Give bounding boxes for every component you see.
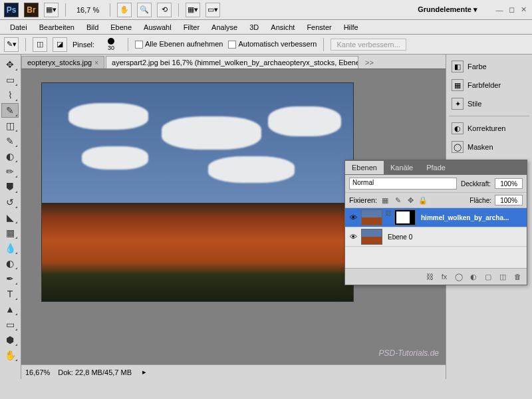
layer-row[interactable]: 👁 ⛓ himmel_wolken_by_archa...: [345, 208, 527, 227]
menu-hilfe[interactable]: Hilfe: [338, 21, 364, 33]
hand-tool-icon[interactable]: ✋: [117, 3, 132, 17]
watermark: PSD-Tutorials.de: [379, 348, 439, 358]
refine-edge-button[interactable]: Kante verbessern...: [331, 39, 406, 51]
menu-filter[interactable]: Filter: [178, 21, 205, 33]
opacity-input[interactable]: [495, 178, 523, 189]
masks-icon: ◯: [452, 141, 464, 153]
lock-position-icon[interactable]: ✥: [406, 196, 415, 205]
arrange-docs-icon[interactable]: ▦▾: [186, 3, 200, 17]
delete-layer-icon[interactable]: 🗑: [512, 271, 523, 282]
quick-select-sub-icon[interactable]: ◪: [53, 37, 67, 52]
panel-farbe[interactable]: ◧Farbe: [449, 57, 529, 76]
brush-tool[interactable]: ✏: [1, 164, 19, 179]
status-zoom[interactable]: 16,67%: [25, 368, 50, 376]
eyedropper-tool[interactable]: ✎: [1, 134, 19, 148]
layers-tab[interactable]: Ebenen: [345, 161, 384, 174]
menu-ansicht[interactable]: Ansicht: [265, 21, 301, 33]
menu-analyse[interactable]: Analyse: [205, 21, 243, 33]
fill-label: Fläche:: [469, 197, 491, 204]
hand-tool[interactable]: ✋: [1, 348, 19, 362]
close-icon[interactable]: ✕: [519, 5, 528, 15]
crop-tool[interactable]: ◫: [1, 118, 19, 133]
layer-group-icon[interactable]: ▢: [483, 271, 493, 282]
adjustment-layer-icon[interactable]: ◐: [468, 271, 479, 282]
panel-stile[interactable]: ✦Stile: [449, 94, 529, 113]
mask-thumb[interactable]: [394, 209, 416, 225]
paths-tab[interactable]: Pfade: [420, 161, 452, 174]
eraser-tool[interactable]: ◣: [1, 210, 19, 225]
menu-datei[interactable]: Datei: [4, 21, 33, 33]
menu-bild[interactable]: Bild: [80, 21, 104, 33]
type-tool[interactable]: T: [1, 287, 19, 301]
gradient-tool[interactable]: ▦: [1, 225, 19, 240]
path-select-tool[interactable]: ▲: [1, 302, 19, 317]
screen-mode-icon[interactable]: ▭▾: [205, 3, 220, 17]
fill-input[interactable]: [495, 195, 523, 205]
channels-tab[interactable]: Kanäle: [384, 161, 420, 174]
marquee-tool[interactable]: ▭: [1, 72, 19, 87]
panel-masken[interactable]: ◯Masken: [449, 138, 529, 156]
layer-name[interactable]: himmel_wolken_by_archa...: [418, 214, 524, 221]
auto-enhance-checkbox[interactable]: Automatisch verbessern: [228, 40, 317, 49]
panel-farbfelder[interactable]: ▦Farbfelder: [449, 76, 529, 94]
layer-thumb[interactable]: [361, 229, 382, 245]
close-tab-icon[interactable]: ×: [94, 59, 98, 66]
status-doc-size[interactable]: Dok: 22,8 MB/45,7 MB: [58, 368, 132, 376]
doc-tab-2[interactable]: ayerspart2.jpg bei 16,7% (himmel_wolken_…: [106, 56, 358, 68]
layer-row[interactable]: 👁 Ebene 0: [345, 227, 527, 247]
toolbox: ✥ ▭ ⌇ ✎ ◫ ✎ ◐ ✏ ⛊ ↺ ◣ ▦ 💧 ◐ ✒ T ▲ ▭ ⬢ ✋: [0, 55, 21, 379]
doc-tab-1[interactable]: eopteryx_stocks.jpg×: [21, 56, 104, 68]
menu-bearbeiten[interactable]: Bearbeiten: [33, 21, 80, 33]
stamp-tool[interactable]: ⛊: [1, 180, 19, 194]
bridge-logo[interactable]: Br: [24, 3, 39, 17]
photoshop-logo[interactable]: Ps: [4, 3, 19, 17]
layer-name[interactable]: Ebene 0: [385, 233, 524, 241]
tool-preset-icon[interactable]: ✎▾: [4, 37, 19, 52]
visibility-icon[interactable]: 👁: [348, 231, 358, 242]
tabs-overflow-icon[interactable]: >>: [360, 57, 379, 68]
link-layers-icon[interactable]: ⛓: [424, 271, 435, 282]
move-tool[interactable]: ✥: [1, 57, 19, 72]
maximize-icon[interactable]: ◻: [507, 5, 516, 15]
visibility-icon[interactable]: 👁: [348, 212, 358, 223]
layout-dropdown[interactable]: ▦▾: [44, 3, 59, 17]
canvas-image[interactable]: [41, 82, 354, 302]
rotate-view-icon[interactable]: ⟲: [157, 3, 172, 17]
lock-transparency-icon[interactable]: ▦: [380, 196, 390, 205]
panel-korrekturen[interactable]: ◐Korrekturen: [449, 119, 529, 138]
blur-tool[interactable]: 💧: [1, 241, 19, 255]
menu-ebene[interactable]: Ebene: [104, 21, 138, 33]
quick-select-add-icon[interactable]: ◫: [33, 37, 47, 52]
color-icon: ◧: [452, 61, 464, 72]
workspace-dropdown[interactable]: Grundelemente ▾: [411, 4, 484, 15]
shape-tool[interactable]: ▭: [1, 317, 19, 332]
lock-pixels-icon[interactable]: ✎: [393, 196, 402, 205]
layer-thumb[interactable]: [361, 209, 382, 225]
menu-fenster[interactable]: Fenster: [301, 21, 337, 33]
lock-all-icon[interactable]: 🔒: [418, 196, 428, 205]
pen-tool[interactable]: ✒: [1, 271, 19, 286]
menu-auswahl[interactable]: Auswahl: [138, 21, 178, 33]
new-layer-icon[interactable]: ◫: [497, 271, 508, 282]
minimize-icon[interactable]: —: [495, 5, 504, 15]
healing-tool[interactable]: ◐: [1, 149, 19, 164]
add-mask-icon[interactable]: ◯: [454, 271, 464, 282]
zoom-value[interactable]: 16,7 %: [72, 5, 103, 15]
mask-link-icon[interactable]: ⛓: [385, 209, 392, 225]
zoom-tool-icon[interactable]: 🔍: [137, 3, 152, 17]
quick-select-tool[interactable]: ✎: [1, 103, 19, 118]
blend-mode-dropdown[interactable]: Normal: [349, 178, 457, 190]
sample-all-layers-checkbox[interactable]: Alle Ebenen aufnehmen: [135, 40, 223, 49]
adjustments-icon: ◐: [452, 122, 464, 134]
menu-bar: Datei Bearbeiten Bild Ebene Auswahl Filt…: [0, 20, 532, 35]
layers-list: 👁 ⛓ himmel_wolken_by_archa... 👁 Ebene 0: [345, 208, 527, 268]
dodge-tool[interactable]: ◐: [1, 256, 19, 271]
brush-size-picker[interactable]: 30: [101, 37, 121, 53]
document-tabs: eopteryx_stocks.jpg× ayerspart2.jpg bei …: [21, 55, 446, 69]
3d-tool[interactable]: ⬢: [1, 332, 19, 347]
menu-3d[interactable]: 3D: [243, 21, 265, 33]
layer-fx-icon[interactable]: fx: [439, 271, 450, 282]
history-brush-tool[interactable]: ↺: [1, 195, 19, 209]
lasso-tool[interactable]: ⌇: [1, 88, 19, 102]
brush-label: Pinsel:: [72, 41, 94, 49]
